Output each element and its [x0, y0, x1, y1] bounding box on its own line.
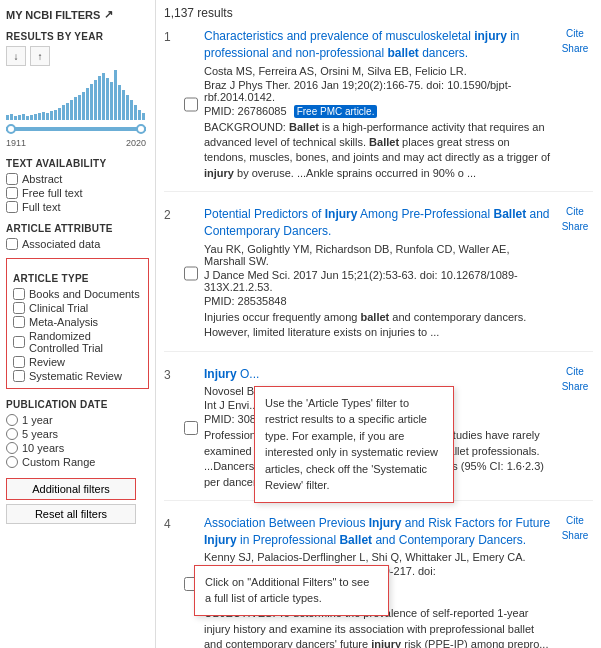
article-1-title[interactable]: Characteristics and prevalence of muscul…	[204, 28, 551, 62]
article-4-title[interactable]: Association Between Previous Injury and …	[204, 515, 551, 549]
svg-rect-24	[102, 73, 105, 120]
article-2-checkbox[interactable]	[184, 206, 198, 340]
article-2-title[interactable]: Potential Predictors of Injury Among Pre…	[204, 206, 551, 240]
article-type-section: ARTICLE TYPE Books and Documents Clinica…	[6, 258, 149, 389]
article-1-content: Characteristics and prevalence of muscul…	[204, 28, 551, 181]
5years-radio[interactable]	[6, 428, 18, 440]
svg-rect-34	[142, 113, 145, 120]
year-bar-chart	[6, 70, 146, 120]
svg-rect-15	[66, 103, 69, 120]
range-handle-left[interactable]	[6, 124, 16, 134]
meta-analysis-label: Meta-Analysis	[29, 316, 98, 328]
article-3-title[interactable]: Injury O...	[204, 366, 551, 383]
external-link-icon[interactable]: ↗	[104, 8, 113, 21]
abstract-label: Abstract	[22, 173, 62, 185]
5years-label: 5 years	[22, 428, 58, 440]
article-1-cite-share: Cite Share	[557, 28, 593, 181]
article-2-abstract: Injuries occur frequently among ballet a…	[204, 310, 551, 341]
full-text-checkbox-item: Full text	[6, 201, 149, 213]
svg-rect-23	[98, 76, 101, 120]
abstract-checkbox-item: Abstract	[6, 173, 149, 185]
custom-range-radio-item: Custom Range	[6, 456, 149, 468]
article-3-cite-btn[interactable]: Cite	[557, 366, 593, 377]
text-availability-title: TEXT AVAILABILITY	[6, 158, 149, 169]
10years-radio-item: 10 years	[6, 442, 149, 454]
text-availability-section: TEXT AVAILABILITY Abstract Free full tex…	[6, 158, 149, 213]
article-number: 1	[164, 28, 178, 181]
svg-rect-5	[26, 116, 29, 120]
svg-rect-6	[30, 115, 33, 120]
review-checkbox[interactable]	[13, 356, 25, 368]
article-1-authors: Costa MS, Ferreira AS, Orsini M, Silva E…	[204, 65, 551, 77]
svg-rect-10	[46, 113, 49, 120]
download-icon[interactable]: ↓	[6, 46, 26, 66]
free-full-text-checkbox[interactable]	[6, 187, 18, 199]
custom-range-radio[interactable]	[6, 456, 18, 468]
svg-rect-1	[10, 114, 13, 120]
article-number: 4	[164, 515, 178, 648]
range-handle-right[interactable]	[136, 124, 146, 134]
full-text-checkbox[interactable]	[6, 201, 18, 213]
upload-icon[interactable]: ↑	[30, 46, 50, 66]
article-3-share-btn[interactable]: Share	[557, 381, 593, 392]
article-2-pmid: PMID: 28535848	[204, 295, 551, 307]
svg-rect-14	[62, 105, 65, 120]
article-2-authors: Yau RK, Golightly YM, Richardson DB, Run…	[204, 243, 551, 267]
clinical-trial-label: Clinical Trial	[29, 302, 88, 314]
main-content: 1,137 results 1 Characteristics and prev…	[156, 0, 601, 648]
rct-checkbox[interactable]	[13, 336, 25, 348]
custom-range-label: Custom Range	[22, 456, 95, 468]
article-types-tooltip: Use the 'Article Types' filter to restri…	[254, 386, 454, 503]
1year-radio[interactable]	[6, 414, 18, 426]
results-count: 1,137 results	[164, 6, 593, 20]
svg-rect-28	[118, 85, 121, 120]
svg-rect-12	[54, 110, 57, 120]
article-2-cite-btn[interactable]: Cite	[557, 206, 593, 217]
article-1-share-btn[interactable]: Share	[557, 43, 593, 54]
article-4-share-btn[interactable]: Share	[557, 530, 593, 541]
associated-data-checkbox[interactable]	[6, 238, 18, 250]
article-2-content: Potential Predictors of Injury Among Pre…	[204, 206, 551, 340]
clinical-trial-checkbox[interactable]	[13, 302, 25, 314]
article-1-abstract: BACKGROUND: Ballet is a high-performance…	[204, 120, 551, 182]
article-1-free-pmc: Free PMC article.	[294, 105, 378, 118]
additional-filters-tooltip: Click on "Additional Filters" to see a f…	[194, 565, 389, 616]
article-item: 1 Characteristics and prevalence of musc…	[164, 28, 593, 192]
article-item: 2 Potential Predictors of Injury Among P…	[164, 206, 593, 351]
svg-rect-26	[110, 82, 113, 120]
abstract-checkbox[interactable]	[6, 173, 18, 185]
article-4-cite-btn[interactable]: Cite	[557, 515, 593, 526]
article-2-cite-share: Cite Share	[557, 206, 593, 340]
rct-checkbox-item: Randomized Controlled Trial	[13, 330, 142, 354]
10years-label: 10 years	[22, 442, 64, 454]
additional-filters-button[interactable]: Additional filters	[6, 478, 136, 500]
article-1-cite-btn[interactable]: Cite	[557, 28, 593, 39]
svg-rect-27	[114, 70, 117, 120]
svg-rect-8	[38, 113, 41, 120]
associated-data-label: Associated data	[22, 238, 100, 250]
publication-date-title: PUBLICATION DATE	[6, 399, 149, 410]
article-number: 3	[164, 366, 178, 490]
article-1-checkbox[interactable]	[184, 28, 198, 181]
article-2-share-btn[interactable]: Share	[557, 221, 593, 232]
books-docs-checkbox[interactable]	[13, 288, 25, 300]
svg-rect-25	[106, 78, 109, 120]
reset-all-filters-button[interactable]: Reset all filters	[6, 504, 136, 524]
svg-rect-31	[130, 100, 133, 120]
svg-rect-20	[86, 88, 89, 120]
associated-data-checkbox-item: Associated data	[6, 238, 149, 250]
article-1-pmid: PMID: 26786085 Free PMC article.	[204, 105, 551, 117]
10years-radio[interactable]	[6, 442, 18, 454]
systematic-review-checkbox[interactable]	[13, 370, 25, 382]
article-attribute-title: ARTICLE ATTRIBUTE	[6, 223, 149, 234]
clinical-trial-checkbox-item: Clinical Trial	[13, 302, 142, 314]
meta-analysis-checkbox[interactable]	[13, 316, 25, 328]
article-item: 3 Injury O... Novosel B, S... Int J Envi…	[164, 366, 593, 501]
svg-rect-0	[6, 115, 9, 120]
article-number: 2	[164, 206, 178, 340]
article-4-authors: Kenny SJ, Palacios-Derflingher L, Shi Q,…	[204, 551, 551, 563]
article-3-checkbox[interactable]	[184, 366, 198, 490]
svg-rect-4	[22, 114, 25, 120]
1year-label: 1 year	[22, 414, 53, 426]
year-end-label: 2020	[126, 138, 146, 148]
